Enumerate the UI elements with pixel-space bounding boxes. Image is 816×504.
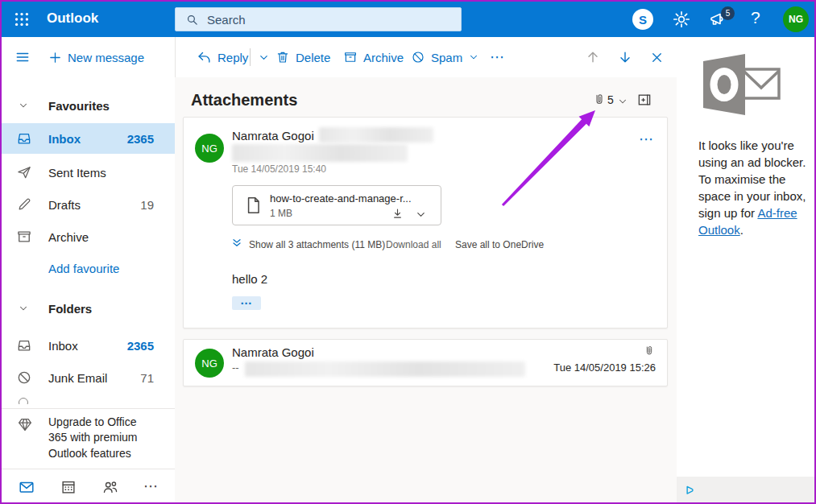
ad-rail: It looks like you're using an ad blocker… xyxy=(677,37,816,504)
message-card-collapsed[interactable]: NG Namrata Gogoi -- Tue 14/05/2019 15:26 xyxy=(183,339,668,386)
attachments-dropdown-chevron-icon[interactable] xyxy=(617,96,628,107)
drafts-count: 19 xyxy=(140,198,154,212)
reply-dropdown-chevron-icon[interactable] xyxy=(258,37,270,77)
mail-module-icon[interactable] xyxy=(18,478,35,496)
conversation-subject: Attachements xyxy=(191,91,297,109)
sidebar-item-drafts[interactable]: Drafts 19 xyxy=(2,189,175,220)
sender-avatar[interactable]: NG xyxy=(195,134,224,163)
ad-placeholder xyxy=(677,477,816,504)
reply-icon xyxy=(197,50,212,65)
message-timestamp: Tue 14/05/2019 15:26 xyxy=(553,361,656,374)
account-avatar[interactable]: NG xyxy=(783,6,809,32)
add-favourite-link[interactable]: Add favourite xyxy=(2,256,175,280)
message-timestamp: Tue 14/05/2019 15:40 xyxy=(232,163,326,175)
outlook-window: Outlook S 5 ? NG New message xyxy=(0,0,816,504)
reply-button[interactable]: Reply xyxy=(197,37,248,77)
favourites-section-header[interactable]: Favourites xyxy=(2,90,175,121)
sidebar-item-inbox-favourite[interactable]: Inbox 2365 xyxy=(2,123,175,154)
has-attachment-paperclip-icon xyxy=(643,345,656,357)
collapse-chevron-icon[interactable] xyxy=(18,100,29,111)
download-icon[interactable] xyxy=(391,207,404,221)
calendar-module-icon[interactable] xyxy=(60,478,77,496)
archive-icon xyxy=(16,229,32,245)
unread-count: 2365 xyxy=(127,132,154,146)
attachments-count: 5 xyxy=(607,93,614,106)
app-launcher-icon[interactable] xyxy=(13,10,31,28)
redacted-recipient xyxy=(232,144,408,162)
top-app-bar: Outlook S 5 ? NG xyxy=(2,2,816,37)
sidebar-item-inbox-folder[interactable]: Inbox 2365 xyxy=(2,330,175,361)
sidebar-item-junk-email[interactable]: Junk Email 71 xyxy=(2,362,175,393)
archive-button[interactable]: Archive xyxy=(343,37,404,77)
next-message-arrow-icon[interactable] xyxy=(617,37,633,77)
sender-avatar[interactable]: NG xyxy=(195,349,224,378)
sent-icon xyxy=(16,164,32,180)
attachment-filename: how-to-create-and-manage-r... xyxy=(270,192,412,204)
modules-more-button[interactable]: ⋯ xyxy=(143,477,159,495)
close-reading-pane-icon[interactable] xyxy=(649,37,665,77)
brand-title[interactable]: Outlook xyxy=(47,10,98,27)
spam-dropdown-chevron-icon[interactable] xyxy=(468,52,479,63)
message-body: hello 2 xyxy=(232,272,267,286)
unread-count: 2365 xyxy=(127,339,154,353)
delete-button[interactable]: Delete xyxy=(275,37,330,77)
toolbar-separator xyxy=(250,48,251,66)
message-card-expanded[interactable]: NG Namrata Gogoi Tue 14/05/2019 15:40 ⋯ … xyxy=(183,117,668,328)
junk-count: 71 xyxy=(140,371,154,385)
inbox-icon xyxy=(16,337,32,353)
download-all-link[interactable]: Download all xyxy=(386,239,441,250)
sidebar-item-sent-items[interactable]: Sent Items xyxy=(2,157,175,188)
search-input[interactable] xyxy=(207,13,425,27)
people-module-icon[interactable] xyxy=(101,478,119,496)
notification-badge: 5 xyxy=(721,6,735,20)
show-all-attachments-link[interactable]: Show all 3 attachments (11 MB) xyxy=(249,239,385,250)
attachment-options-chevron-icon[interactable] xyxy=(415,209,427,221)
sidebar-divider xyxy=(2,469,175,469)
spam-button[interactable]: Spam xyxy=(411,37,479,77)
archive-icon xyxy=(343,50,358,64)
folders-section-header[interactable]: Folders xyxy=(2,293,175,324)
redacted-email-address xyxy=(319,127,433,143)
trash-icon xyxy=(275,50,290,64)
outlook-logo-gray xyxy=(697,52,787,118)
sidebar-item-archive[interactable]: Archive xyxy=(2,221,175,252)
attachments-paperclip-icon xyxy=(592,93,607,107)
double-chevron-down-icon xyxy=(230,237,243,250)
attachment-size: 1 MB xyxy=(270,208,292,219)
new-message-button[interactable]: New message xyxy=(48,37,144,77)
sender-name: Namrata Gogoi xyxy=(232,129,314,143)
message-preview-prefix: -- xyxy=(232,361,239,374)
skype-icon[interactable]: S xyxy=(632,9,653,30)
help-icon[interactable]: ? xyxy=(751,8,760,27)
attachment-tile[interactable]: how-to-create-and-manage-r... 1 MB xyxy=(232,185,441,225)
adchoices-icon[interactable] xyxy=(683,483,698,498)
message-more-button[interactable]: ⋯ xyxy=(639,130,654,148)
inbox-icon xyxy=(16,130,32,147)
sender-name: Namrata Gogoi xyxy=(232,345,314,359)
upgrade-office-link[interactable]: Upgrade to Office 365 with premium Outlo… xyxy=(48,415,153,461)
toolbar-more-button[interactable]: ⋯ xyxy=(490,37,505,77)
search-icon xyxy=(185,13,199,27)
document-icon xyxy=(242,195,263,216)
save-all-onedrive-link[interactable]: Save all to OneDrive xyxy=(455,239,544,250)
collapse-chevron-icon[interactable] xyxy=(18,303,29,314)
show-trimmed-content-button[interactable]: … xyxy=(232,296,261,310)
sidebar-divider xyxy=(2,408,175,409)
search-bar[interactable] xyxy=(175,7,462,31)
pane-divider xyxy=(175,37,176,77)
previous-message-arrow-icon[interactable] xyxy=(585,37,601,77)
partial-folder-icon xyxy=(19,398,30,404)
drafts-pencil-icon xyxy=(16,196,32,213)
junk-block-icon xyxy=(16,370,32,386)
plus-icon xyxy=(48,51,62,64)
folder-sidebar: Favourites Inbox 2365 Sent Items Drafts … xyxy=(2,77,175,504)
adblocker-message: It looks like you're using an ad blocker… xyxy=(698,137,811,238)
premium-diamond-icon xyxy=(16,415,34,433)
open-in-new-window-icon[interactable] xyxy=(636,92,652,108)
nav-hamburger-icon[interactable] xyxy=(14,37,31,77)
settings-gear-icon[interactable] xyxy=(672,10,691,29)
redacted-preview xyxy=(245,361,525,377)
block-icon xyxy=(411,50,425,64)
